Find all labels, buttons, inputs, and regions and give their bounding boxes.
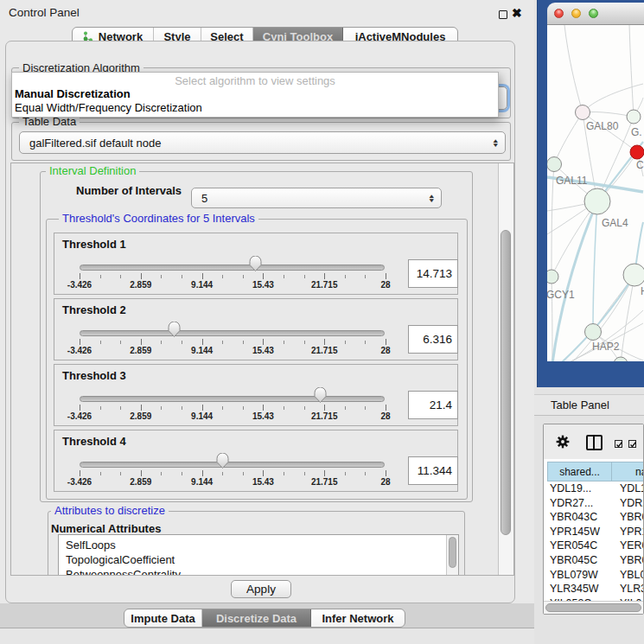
dropdown-prompt: Select algorithm to view settings [12,73,498,88]
network-edge [552,164,554,277]
network-edge [593,201,597,332]
network-view-canvas[interactable]: GAL80G.CGAL11GAL4GCY1HHAP2 [547,25,644,361]
slider-tick-label: 21.715 [311,280,338,290]
combo-stepper-icon: ▲▼ [429,194,434,202]
slider-tick-label: 28 [380,346,390,355]
float-window-icon[interactable] [499,10,507,19]
table-data-value: galFiltered.sif default node [29,137,161,150]
tab-impute-data[interactable]: Impute Data [124,609,202,627]
vertical-scrollbar-thumb[interactable] [501,230,511,535]
network-node-label: H [641,285,644,297]
slider-tick-label: -3.426 [67,477,92,487]
network-edge [564,25,583,112]
close-traffic-light[interactable] [554,9,564,18]
zoom-traffic-light[interactable] [589,9,598,18]
threshold-slider-track[interactable] [80,265,385,271]
network-node[interactable] [630,145,644,159]
table-toolbar [544,424,643,459]
attributes-scrollbar-thumb[interactable] [449,537,456,568]
cell-name: YDL1 [620,482,644,494]
network-node[interactable] [584,188,610,214]
slider-tick-label: 15.43 [252,477,274,487]
vertical-scrollbar[interactable] [498,163,513,575]
number-of-intervals-combobox[interactable]: 5 ▲▼ [191,188,442,208]
network-node[interactable] [623,264,644,286]
threshold-block: Threshold 3-3.4262.8599.14415.4321.71528… [54,364,458,426]
horizontal-scrollbar[interactable] [544,601,643,615]
column-header-name-label: na [635,462,644,481]
threshold-slider-thumb[interactable] [216,453,229,469]
table-row[interactable]: YBR043CYBR0 [544,510,643,525]
cell-shared-name: YER054C [550,539,597,552]
slider-tick-label: 15.43 [252,346,274,355]
slider-ticks [80,339,386,346]
tab-discretize-data[interactable]: Discretize Data [202,609,311,627]
network-node-label: G. [631,126,642,138]
number-of-intervals-label: Number of Intervals [76,184,182,197]
network-node-label: C [636,159,644,171]
threshold-slider-track[interactable] [80,396,385,402]
settings-scroll-viewport: Interval Definition Number of Intervals … [10,163,514,576]
column-header-name[interactable]: na [611,462,644,481]
network-node[interactable] [614,357,628,361]
checkbox-icon[interactable] [628,440,636,448]
window-bottom-strip [0,628,534,644]
table-row[interactable]: YER054CYER0 [544,539,643,553]
attribute-list-item[interactable]: TopologicalCoefficient [59,552,458,567]
apply-button[interactable]: Apply [231,580,291,598]
table-row[interactable]: YLR345WYLR3 [544,582,643,596]
threshold-slider-thumb[interactable] [168,322,181,338]
gear-icon[interactable] [556,435,570,449]
numerical-attributes-heading: Numerical Attributes [51,522,161,535]
threshold-value-field[interactable]: 14.713 [408,259,458,288]
attribute-list-item[interactable]: BetweennessCentrality [59,567,458,576]
threshold-slider-track[interactable] [80,462,385,468]
dropdown-item-equal-width[interactable]: Equal Width/Frequency Discretization [12,102,498,116]
table-row[interactable]: YPR145WYPR1 [544,525,643,539]
cell-name: YPR1 [620,526,644,538]
slider-tick-label: 2.859 [130,477,151,487]
tab-impute-data-label: Impute Data [131,612,194,625]
tab-infer-network[interactable]: Infer Network [311,609,405,627]
slider-tick-label: 21.715 [311,411,338,421]
threshold-slider-thumb[interactable] [314,387,327,404]
network-node[interactable] [547,270,558,284]
table-row[interactable]: YBR045CYBR0 [544,553,643,568]
cell-name: YLR3 [620,583,644,595]
numerical-attributes-list[interactable]: SelfLoopsTopologicalCoefficientBetweenne… [58,534,459,576]
checkbox-icon[interactable] [615,440,622,448]
table-header-row: shared... na [544,462,644,481]
threshold-value-field[interactable]: 11.344 [408,456,458,485]
column-header-shared[interactable]: shared... [547,462,612,481]
cell-name: YBR0 [620,554,644,566]
window-title: Control Panel [9,0,80,26]
interval-definition-title: Interval Definition [46,165,139,176]
attributes-scrollbar[interactable] [446,535,458,576]
network-node-label: GCY1 [547,289,575,301]
network-node[interactable] [576,105,590,120]
horizontal-scrollbar-thumb[interactable] [545,603,641,612]
slider-tick-label: 9.144 [191,477,213,487]
network-node[interactable] [547,157,562,172]
threshold-value-field[interactable]: 21.4 [408,391,458,419]
table-row[interactable]: YDL19...YDL1 [544,481,643,496]
network-node-label: HAP2 [592,341,620,353]
slider-tick-label: 15.43 [252,411,274,421]
threshold-value-field[interactable]: 6.316 [408,325,458,354]
columns-icon[interactable] [586,435,603,450]
close-icon[interactable]: ✖ [512,6,522,20]
threshold-coordinates-title: Threshold's Coordinates for 5 Intervals [59,213,258,224]
slider-tick-label: 21.715 [311,477,338,487]
dropdown-item-manual[interactable]: Manual Discretization [12,88,498,102]
network-node[interactable] [627,110,641,124]
cell-shared-name: YBL079W [550,569,598,581]
table-data-combobox[interactable]: galFiltered.sif default node ▲▼ [19,131,506,154]
table-row[interactable]: YBL079WYBL0 [544,568,643,583]
threshold-slider-thumb[interactable] [249,256,262,272]
table-row[interactable]: YDR27...YDR2 [544,496,643,511]
threshold-slider-track[interactable] [80,330,385,336]
threshold-block: Threshold 2-3.4262.8599.14415.4321.71528… [54,298,458,360]
minimize-traffic-light[interactable] [571,9,581,18]
attribute-list-item[interactable]: SelfLoops [59,538,458,552]
network-node[interactable] [585,324,602,341]
